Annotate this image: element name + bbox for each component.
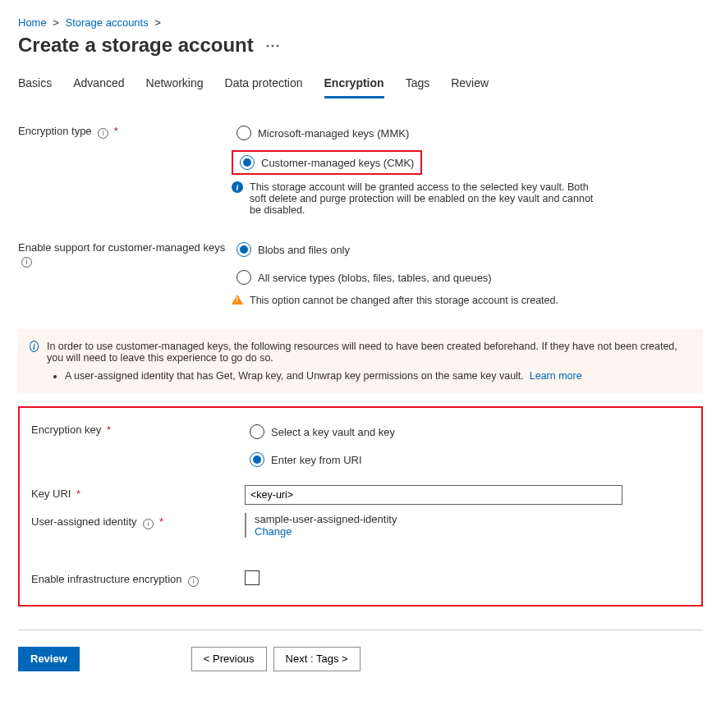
radio-all-services[interactable]: All service types (blobs, files, tables,…	[232, 267, 497, 288]
chevron-right-icon: >	[154, 16, 161, 29]
support-cmk-warning: This option cannot be changed after this…	[250, 295, 558, 306]
radio-cmk[interactable]: Customer-managed keys (CMK)	[232, 150, 422, 175]
tab-bar: Basics Advanced Networking Data protecti…	[18, 76, 703, 99]
breadcrumb-home[interactable]: Home	[18, 16, 47, 29]
radio-icon	[250, 424, 264, 439]
key-uri-input[interactable]	[245, 485, 622, 505]
tab-advanced[interactable]: Advanced	[73, 76, 124, 98]
support-cmk-label: Enable support for customer-managed keys…	[18, 239, 232, 268]
breadcrumb: Home > Storage accounts >	[18, 16, 703, 29]
infra-encryption-label: Enable infrastructure encryption i	[31, 570, 245, 587]
tab-networking[interactable]: Networking	[146, 76, 204, 98]
radio-icon	[240, 155, 255, 170]
cmk-note: This storage account will be granted acc…	[250, 181, 603, 216]
warning-icon	[232, 295, 243, 304]
next-button[interactable]: Next : Tags >	[273, 647, 360, 671]
callout-text: In order to use customer-managed keys, t…	[47, 341, 677, 364]
radio-blobs-files[interactable]: Blobs and files only	[232, 239, 355, 260]
chevron-right-icon: >	[53, 16, 59, 29]
info-icon[interactable]: i	[21, 257, 32, 268]
radio-mmk-label: Microsoft-managed keys (MMK)	[258, 127, 409, 140]
tab-encryption[interactable]: Encryption	[324, 76, 384, 98]
tab-basics[interactable]: Basics	[18, 76, 52, 98]
radio-select-vault[interactable]: Select a key vault and key	[245, 421, 400, 442]
breadcrumb-storage-accounts[interactable]: Storage accounts	[66, 16, 149, 29]
info-icon: i	[30, 341, 39, 352]
highlighted-section: Encryption key * Select a key vault and …	[18, 406, 703, 607]
change-identity-link[interactable]: Change	[255, 525, 690, 538]
tab-data-protection[interactable]: Data protection	[225, 76, 303, 98]
user-identity-label: User-assigned identity i *	[31, 513, 245, 529]
radio-icon	[237, 126, 251, 140]
info-icon[interactable]: i	[143, 519, 154, 529]
learn-more-link[interactable]: Learn more	[530, 370, 582, 382]
tab-tags[interactable]: Tags	[406, 76, 430, 98]
radio-icon	[250, 452, 264, 467]
key-uri-label: Key URI *	[31, 485, 245, 500]
encryption-type-label: Encryption type i *	[18, 122, 232, 139]
user-identity-value: sample-user-assigned-identity	[255, 513, 690, 525]
divider	[18, 630, 703, 630]
radio-icon	[237, 242, 251, 257]
encryption-key-label: Encryption key *	[31, 421, 245, 436]
more-icon[interactable]: ⋯	[265, 36, 281, 54]
info-icon[interactable]: i	[188, 576, 199, 587]
cmk-prereq-callout: i In order to use customer-managed keys,…	[18, 329, 703, 393]
radio-icon	[237, 270, 251, 285]
callout-bullet: A user-assigned identity that has Get, W…	[65, 370, 690, 382]
radio-select-vault-label: Select a key vault and key	[271, 426, 395, 438]
radio-cmk-label: Customer-managed keys (CMK)	[261, 157, 414, 169]
page-title: Create a storage account ⋯	[18, 34, 703, 57]
radio-blobs-files-label: Blobs and files only	[258, 244, 350, 256]
radio-mmk[interactable]: Microsoft-managed keys (MMK)	[232, 122, 414, 144]
tab-review[interactable]: Review	[451, 76, 489, 98]
info-icon: i	[232, 181, 243, 193]
infra-encryption-checkbox[interactable]	[245, 570, 259, 585]
wizard-buttons: Review < Previous Next : Tags >	[18, 647, 703, 671]
info-icon[interactable]: i	[98, 128, 108, 139]
radio-enter-uri-label: Enter key from URI	[271, 454, 362, 466]
review-button[interactable]: Review	[18, 647, 80, 671]
radio-enter-uri[interactable]: Enter key from URI	[245, 449, 367, 470]
previous-button[interactable]: < Previous	[191, 647, 267, 671]
radio-all-services-label: All service types (blobs, files, tables,…	[258, 272, 492, 284]
